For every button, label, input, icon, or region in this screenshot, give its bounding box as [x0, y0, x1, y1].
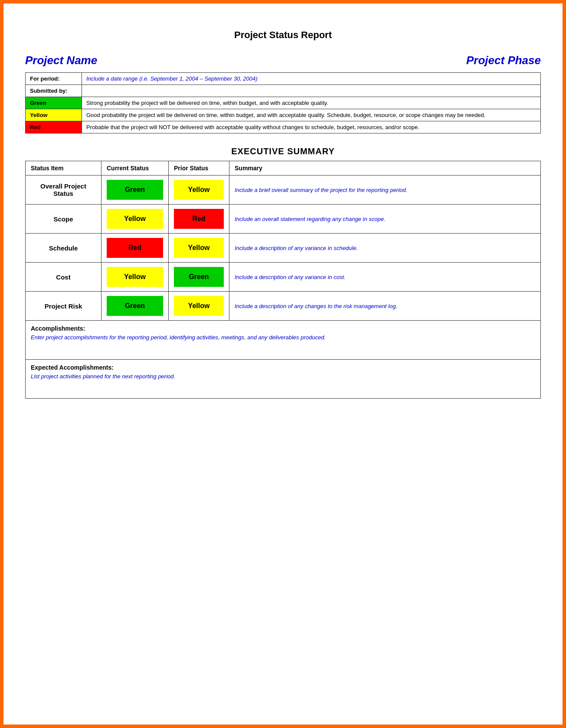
legend-yellow-label: Yellow [26, 109, 82, 121]
project-phase-label: Project Phase [466, 54, 541, 67]
status-item-schedule: Schedule [26, 234, 101, 263]
accomplishments-text[interactable]: Enter project accomplishments for the re… [31, 334, 535, 341]
summary-overall: Include a brief overall summary of the p… [229, 176, 541, 205]
prior-status-risk: Yellow [169, 292, 229, 321]
submitted-by-row: Submitted by: [26, 85, 541, 97]
table-row: Project Risk Green Yellow Include a desc… [26, 292, 541, 321]
summary-scope: Include an overall statement regarding a… [229, 205, 541, 234]
table-row: Cost Yellow Green Include a description … [26, 263, 541, 292]
status-item-risk: Project Risk [26, 292, 101, 321]
for-period-label: For period: [26, 73, 82, 85]
header-summary: Summary [229, 161, 541, 176]
expected-text[interactable]: List project activities planned for the … [31, 373, 535, 380]
legend-green-label: Green [26, 97, 82, 109]
legend-green-desc: Strong probability the project will be d… [82, 97, 541, 109]
prior-status-cost: Green [169, 263, 229, 292]
submitted-by-value[interactable] [82, 85, 541, 97]
status-badge-red: Red [174, 209, 224, 229]
header-status-item: Status Item [26, 161, 101, 176]
project-name-label: Project Name [25, 54, 97, 67]
prior-status-schedule: Yellow [169, 234, 229, 263]
summary-risk: Include a description of any changes to … [229, 292, 541, 321]
current-status-risk: Green [101, 292, 169, 321]
for-period-value[interactable]: Include a date range (i.e. September 1, … [82, 73, 541, 85]
status-item-scope: Scope [26, 205, 101, 234]
header-prior-status: Prior Status [169, 161, 229, 176]
status-badge-yellow: Yellow [107, 209, 163, 229]
status-badge-yellow: Yellow [174, 238, 224, 258]
header-current-status: Current Status [101, 161, 169, 176]
current-status-scope: Yellow [101, 205, 169, 234]
summary-schedule: Include a description of any variance in… [229, 234, 541, 263]
status-badge-yellow: Yellow [107, 267, 163, 287]
legend-red-desc: Probable that the project will NOT be de… [82, 121, 541, 133]
table-row: Scope Yellow Red Include an overall stat… [26, 205, 541, 234]
executive-summary-table: Status Item Current Status Prior Status … [25, 161, 541, 321]
status-badge-green: Green [107, 296, 163, 316]
submitted-by-label: Submitted by: [26, 85, 82, 97]
status-badge-yellow: Yellow [174, 180, 224, 200]
accomplishments-title: Accomplishments: [31, 325, 535, 332]
legend-yellow-row: Yellow Good probability the project will… [26, 109, 541, 121]
legend-red-label: Red [26, 121, 82, 133]
status-item-cost: Cost [26, 263, 101, 292]
prior-status-overall: Yellow [169, 176, 229, 205]
legend-green-row: Green Strong probability the project wil… [26, 97, 541, 109]
expected-accomplishments-section: Expected Accomplishments: List project a… [25, 360, 541, 399]
accomplishments-section: Accomplishments: Enter project accomplis… [25, 321, 541, 360]
status-badge-yellow: Yellow [174, 296, 224, 316]
status-badge-green: Green [107, 180, 163, 200]
status-badge-red: Red [107, 238, 163, 258]
table-row: Schedule Red Yellow Include a descriptio… [26, 234, 541, 263]
summary-cost: Include a description of any variance in… [229, 263, 541, 292]
expected-title: Expected Accomplishments: [31, 364, 535, 371]
status-badge-green: Green [174, 267, 224, 287]
info-table: For period: Include a date range (i.e. S… [25, 72, 541, 133]
prior-status-scope: Red [169, 205, 229, 234]
status-item-overall: Overall Project Status [26, 176, 101, 205]
current-status-overall: Green [101, 176, 169, 205]
legend-red-row: Red Probable that the project will NOT b… [26, 121, 541, 133]
current-status-schedule: Red [101, 234, 169, 263]
exec-table-header-row: Status Item Current Status Prior Status … [26, 161, 541, 176]
executive-summary-title: EXECUTIVE SUMMARY [25, 146, 541, 156]
main-title: Project Status Report [25, 29, 541, 41]
for-period-row: For period: Include a date range (i.e. S… [26, 73, 541, 85]
table-row: Overall Project Status Green Yellow Incl… [26, 176, 541, 205]
legend-yellow-desc: Good probability the project will be del… [82, 109, 541, 121]
current-status-cost: Yellow [101, 263, 169, 292]
